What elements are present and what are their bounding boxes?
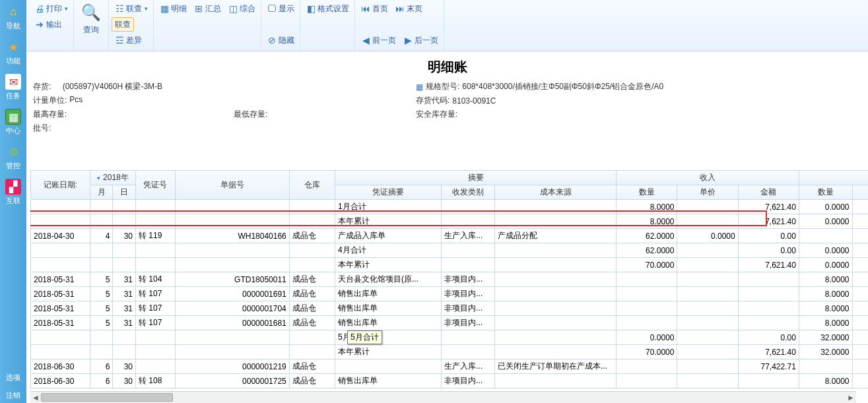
cell[interactable]: 77,422.71 — [738, 359, 799, 374]
cell[interactable]: 2018-04-30 — [31, 229, 90, 243]
cell[interactable] — [494, 330, 616, 345]
cell[interactable]: 非项目内... — [442, 374, 495, 388]
cell[interactable]: 8.0000 — [799, 272, 852, 287]
cell[interactable] — [136, 200, 176, 214]
cell[interactable] — [677, 200, 738, 214]
cell[interactable]: 成品仓 — [289, 316, 335, 330]
cell[interactable]: 天台县文化馆项目(原... — [335, 272, 441, 287]
cell[interactable] — [90, 214, 113, 229]
cell[interactable]: 77,422.71 — [738, 388, 799, 389]
cell[interactable]: 成品仓 — [289, 229, 335, 243]
cell[interactable] — [617, 301, 677, 316]
cell[interactable] — [136, 214, 176, 229]
detail-button[interactable]: ▦明细 — [156, 1, 189, 16]
cell[interactable]: 产成品入库单 — [335, 229, 441, 243]
cell[interactable]: 30 — [113, 229, 136, 243]
cell[interactable]: 成品仓 — [289, 301, 335, 316]
col-in-amt[interactable]: 金额 — [738, 185, 799, 200]
cell[interactable] — [90, 243, 113, 258]
table-row[interactable]: 本年累计70.00007,621.4032.00003,48 — [31, 345, 869, 359]
cell[interactable]: 0.00 — [738, 330, 799, 345]
col-out-group[interactable]: 发出 — [799, 171, 868, 185]
cell[interactable]: 7,621.40 — [738, 345, 799, 359]
cell[interactable]: 4月合计 — [335, 243, 441, 258]
col-date[interactable]: 记账日期: — [31, 171, 90, 200]
cell[interactable]: 8.0000 — [799, 316, 852, 330]
cell[interactable] — [31, 243, 90, 258]
cell[interactable]: 已关闭生产订单期初在产成本... — [494, 359, 616, 374]
cell[interactable] — [494, 345, 616, 359]
table-row[interactable]: 6月合计0.000077,422.718.000017,17 — [31, 388, 869, 389]
prev-page-button[interactable]: ◀前一页 — [358, 33, 399, 47]
cell[interactable] — [90, 345, 113, 359]
cell[interactable] — [617, 287, 677, 301]
format-button[interactable]: ◧格式设置 — [303, 1, 352, 16]
cell[interactable] — [494, 301, 616, 316]
cell[interactable] — [852, 214, 868, 229]
col-warehouse[interactable]: 仓库 — [289, 171, 335, 200]
cell[interactable]: 0000001681 — [175, 316, 289, 330]
cell[interactable] — [136, 243, 176, 258]
cell[interactable]: 0.00 — [738, 243, 799, 258]
cell[interactable]: 6 — [90, 359, 113, 374]
cell[interactable]: 4 — [90, 229, 113, 243]
cell[interactable] — [289, 258, 335, 272]
table-row[interactable]: 2018-05-31531转 1070000001681成品仓销售出库单非项目内… — [31, 316, 869, 330]
output-button[interactable]: ➜输出 — [32, 17, 65, 32]
cell[interactable]: 2018-05-31 — [31, 272, 90, 287]
cell[interactable] — [494, 316, 616, 330]
next-page-button[interactable]: ▶后一页 — [400, 33, 441, 47]
cell[interactable]: 5 — [90, 316, 113, 330]
cell[interactable] — [677, 214, 738, 229]
last-page-button[interactable]: ⏭末页 — [392, 1, 425, 16]
cell[interactable]: 8.0000 — [799, 388, 852, 389]
cell[interactable] — [852, 345, 868, 359]
cell[interactable]: 销售出库单 — [335, 287, 441, 301]
liancha-selected-button[interactable]: 联查 — [112, 17, 134, 32]
cell[interactable] — [289, 345, 335, 359]
cell[interactable]: 70.0000 — [617, 258, 677, 272]
cell[interactable] — [289, 330, 335, 345]
table-row[interactable]: 2018-05-31531转 1070000001691成品仓销售出库单非项目内… — [31, 287, 869, 301]
cell[interactable]: 2018-06-30 — [31, 359, 90, 374]
table-row[interactable]: 2018-05-31531转 1070000001704成品仓销售出库单非项目内… — [31, 301, 869, 316]
cell[interactable] — [677, 388, 738, 389]
cell[interactable] — [136, 388, 176, 389]
cell[interactable] — [677, 359, 738, 374]
cell[interactable]: 62.0000 — [617, 243, 677, 258]
cell[interactable] — [677, 301, 738, 316]
cell[interactable]: 2018-05-31 — [31, 287, 90, 301]
cell[interactable] — [442, 258, 495, 272]
table-row[interactable]: 4月合计62.00000.000.0000 — [31, 243, 869, 258]
cell[interactable]: 0000001704 — [175, 301, 289, 316]
cell[interactable] — [799, 229, 852, 243]
cell[interactable] — [175, 200, 289, 214]
cell[interactable] — [442, 345, 495, 359]
cell[interactable]: 2018-05-31 — [31, 301, 90, 316]
cell[interactable] — [852, 330, 868, 345]
cell[interactable]: 0.0000 — [799, 258, 852, 272]
col-out-price[interactable]: 单价 — [852, 185, 868, 200]
cell[interactable]: 8.0000 — [799, 374, 852, 388]
cell[interactable]: 成品仓 — [289, 359, 335, 374]
cell[interactable]: 销售出库单 — [335, 316, 441, 330]
first-page-button[interactable]: ⏮首页 — [358, 1, 391, 16]
cell[interactable] — [289, 214, 335, 229]
cell[interactable] — [31, 258, 90, 272]
cell[interactable]: WH18040166 — [175, 229, 289, 243]
cell[interactable] — [677, 243, 738, 258]
cell[interactable]: 2018-05-31 — [31, 316, 90, 330]
cell[interactable]: 非项目内... — [442, 287, 495, 301]
cell[interactable] — [136, 258, 176, 272]
cell[interactable]: 70.0000 — [617, 345, 677, 359]
table-row[interactable]: 2018-06-306300000001219成品仓生产入库...已关闭生产订单… — [31, 359, 869, 374]
cell[interactable]: 0.0000 — [799, 214, 852, 229]
cell[interactable]: 0.0000 — [677, 229, 738, 243]
cell[interactable]: 0000001219 — [175, 359, 289, 374]
show-button[interactable]: 🖵显示 — [264, 1, 297, 16]
cell[interactable]: 109.0000 — [852, 272, 868, 287]
cell[interactable]: 转 107 — [136, 287, 176, 301]
cell[interactable]: 成品仓 — [289, 272, 335, 287]
cell[interactable] — [175, 330, 289, 345]
cell[interactable]: 非项目内... — [442, 301, 495, 316]
